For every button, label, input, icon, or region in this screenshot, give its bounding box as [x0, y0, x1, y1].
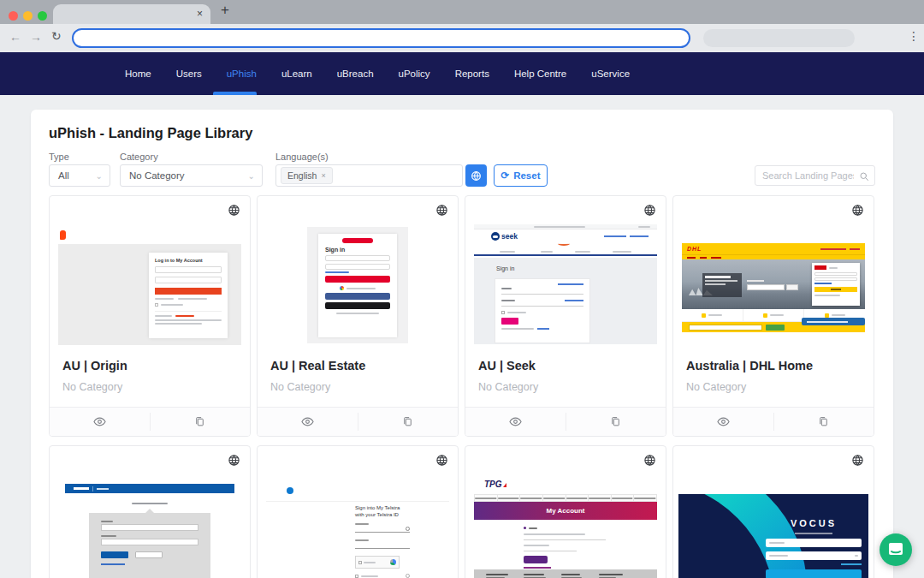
thumbnail-my-telstra[interactable]: Sign into My Telstra with your Telstra I…	[266, 475, 449, 578]
thumbnail-dhl[interactable]: DHL	[682, 243, 865, 332]
vocus-login-button	[766, 569, 862, 578]
language-globe-button[interactable]	[465, 164, 487, 187]
thumbnail-real-estate[interactable]: Sign in	[266, 225, 449, 345]
category-select-value: No Category	[129, 170, 185, 181]
clone-button[interactable]	[566, 408, 666, 436]
card-au-origin: Log in to My Account AU | Origin No Cate…	[49, 195, 251, 437]
category-filter-label: Category	[120, 152, 158, 162]
sydney-photo	[682, 259, 865, 309]
app-navbar: Home Users uPhish uLearn uBreach uPolicy…	[0, 52, 924, 95]
card-footer	[465, 407, 666, 436]
window-zoom-button[interactable]	[38, 11, 47, 21]
globe-icon	[435, 204, 448, 220]
globe-icon	[643, 454, 656, 470]
origin-login-button	[155, 288, 222, 295]
nav-item-users[interactable]: Users	[176, 69, 202, 79]
thumb-heading: Sign into My Telstra with your Telstra I…	[355, 504, 410, 518]
search-input[interactable]	[755, 165, 875, 186]
address-bar[interactable]	[72, 28, 690, 48]
seek-signin-button	[501, 318, 518, 325]
window-close-button[interactable]	[9, 11, 18, 21]
globe-icon	[851, 204, 864, 220]
thumbnail-vocus[interactable]: VOCUS	[678, 494, 868, 578]
clone-button[interactable]	[151, 408, 251, 436]
preview-button[interactable]	[50, 408, 150, 436]
nav-item-upolicy[interactable]: uPolicy	[399, 69, 430, 79]
recaptcha-widget	[355, 556, 400, 569]
card-tpg: TPG My Account	[465, 445, 666, 578]
tpg-logo: TPG	[484, 480, 506, 489]
new-tab-button[interactable]: +	[221, 2, 229, 19]
remove-tag-icon[interactable]: ×	[321, 171, 325, 180]
card-footer	[258, 407, 458, 436]
type-filter-label: Type	[49, 152, 69, 162]
nav-item-uphish[interactable]: uPhish	[227, 69, 257, 79]
chevron-down-icon: ⌄	[96, 171, 103, 181]
card-telstra-login	[49, 445, 251, 578]
realestate-logo	[342, 238, 373, 243]
realestate-signin-button	[325, 276, 390, 283]
back-button[interactable]: ←	[9, 30, 21, 44]
globe-icon	[228, 454, 240, 470]
preview-button[interactable]	[465, 408, 566, 436]
nav-item-home[interactable]: Home	[125, 69, 151, 79]
nav-item-reports[interactable]: Reports	[455, 69, 489, 79]
browser-menu-icon[interactable]: ⋮	[908, 29, 920, 43]
globe-icon	[643, 204, 656, 220]
card-au-real-estate: Sign in AU | Real Estate No Cat	[257, 195, 459, 437]
card-vocus: VOCUS	[672, 445, 874, 578]
thumbnail-telstra-login[interactable]	[58, 475, 241, 578]
nav-item-ubreach[interactable]: uBreach	[337, 69, 374, 79]
seek-logo: seek	[491, 232, 518, 241]
tab-close-icon[interactable]: ×	[197, 8, 203, 20]
card-title: AU | Real Estate	[270, 359, 365, 372]
search-icon	[859, 170, 869, 185]
active-tab-underline	[213, 92, 257, 95]
language-multiselect[interactable]: English ×	[275, 164, 463, 187]
reset-label: Reset	[513, 170, 540, 181]
card-category: No Category	[478, 381, 538, 393]
tpg-banner: My Account	[474, 502, 657, 520]
reset-icon: ⟳	[501, 170, 510, 182]
nav-item-ulearn[interactable]: uLearn	[281, 69, 312, 79]
card-footer	[673, 407, 874, 436]
content-panel: uPhish - Landing Page Library Type Categ…	[31, 110, 893, 578]
preview-button[interactable]	[258, 408, 358, 436]
category-select[interactable]: No Category ⌄	[120, 164, 263, 187]
screen: × + ← → ↻ ⋮ Home Users uPhish uLearn uBr…	[0, 0, 924, 578]
chat-widget-button[interactable]	[880, 533, 912, 566]
dhl-logo: DHL	[687, 246, 702, 252]
window-minimize-button[interactable]	[23, 11, 33, 21]
dhl-chat-ribbon	[802, 318, 865, 325]
tpg-footer	[474, 569, 657, 578]
reset-filters-button[interactable]: ⟳ Reset	[494, 164, 548, 187]
toolbar-secondary-field	[703, 29, 855, 47]
page-title: uPhish - Landing Page Library	[49, 125, 252, 141]
clone-button[interactable]	[358, 408, 459, 436]
card-category: No Category	[62, 381, 122, 393]
reload-button[interactable]: ↻	[51, 29, 62, 43]
language-filter-label: Language(s)	[275, 152, 329, 162]
card-title: AU | Origin	[62, 359, 127, 372]
origin-logo	[60, 230, 66, 240]
browser-tab[interactable]: ×	[53, 4, 210, 24]
clone-button[interactable]	[774, 408, 874, 436]
browser-titlebar: × +	[0, 0, 924, 24]
globe-icon	[228, 204, 240, 220]
nav-item-uservice[interactable]: uService	[591, 69, 630, 79]
type-select[interactable]: All ⌄	[49, 164, 110, 187]
telstra-logo	[287, 487, 293, 494]
seek-mascot	[558, 241, 570, 246]
type-select-value: All	[58, 170, 69, 181]
nav-item-help-centre[interactable]: Help Centre	[514, 69, 566, 79]
thumb-heading: Sign in	[496, 265, 514, 271]
telstra-header-bar	[65, 484, 234, 493]
globe-icon	[851, 454, 864, 470]
thumbnail-origin[interactable]: Log in to My Account	[58, 225, 241, 345]
thumbnail-tpg[interactable]: TPG My Account	[474, 475, 657, 578]
chevron-down-icon: ⌄	[248, 171, 255, 181]
language-tag-label: English	[287, 170, 317, 181]
thumbnail-seek[interactable]: seek Sign in	[474, 224, 657, 344]
forward-button[interactable]: →	[30, 30, 42, 44]
preview-button[interactable]	[673, 408, 773, 436]
